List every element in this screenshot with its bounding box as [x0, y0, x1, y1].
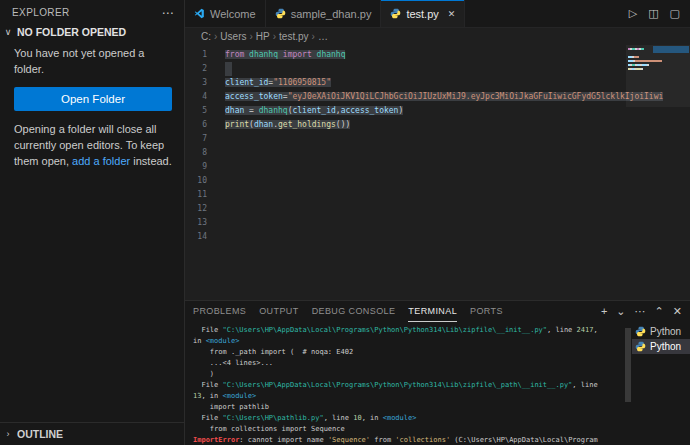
code-line[interactable]: print(dhan.get_holdings()) [225, 118, 690, 132]
code-line-content: client_id="1106950815" [225, 78, 331, 87]
terminal-token: , line [572, 381, 597, 389]
editor[interactable]: 1234567891011121314 from dhanhq import d… [185, 45, 690, 300]
code-line[interactable]: client_id="1106950815" [225, 76, 690, 90]
code-line[interactable] [225, 188, 690, 202]
terminal-line: import pathlib [193, 402, 624, 413]
breadcrumb-separator-icon: › [249, 31, 252, 42]
section-title: NO FOLDER OPENED [17, 26, 126, 38]
add-folder-link[interactable]: add a folder [72, 155, 130, 167]
panel-tab-output[interactable]: OUTPUT [259, 301, 298, 322]
panel-tab-debug-console[interactable]: DEBUG CONSOLE [312, 301, 396, 322]
editor-code[interactable]: from dhanhq import dhanhq client_id="110… [215, 45, 690, 300]
terminal-line: from collections import Sequence [193, 424, 624, 435]
run-button[interactable]: ▷ [629, 8, 637, 19]
terminal-list-item[interactable]: Python [632, 324, 690, 339]
editor-gutter: 1234567891011121314 [185, 45, 215, 300]
scrollbar-thumb[interactable] [625, 328, 631, 402]
launch-profile-icon[interactable]: ⌄ [616, 306, 625, 317]
breadcrumb-item[interactable]: Users [220, 31, 246, 42]
minimap-line [628, 80, 662, 82]
minimap-line [628, 52, 662, 54]
terminal-token: <module> [223, 392, 257, 400]
code-line[interactable]: from dhanhq import dhanhq [225, 48, 690, 62]
terminal-scrollbar[interactable] [624, 322, 632, 445]
token-ident: dhan [254, 120, 273, 129]
panel-tab-problems[interactable]: PROBLEMS [193, 301, 246, 322]
empty-state-text: You have not yet opened a folder. [14, 45, 172, 77]
maximize-panel-icon[interactable]: ⌃ [655, 306, 664, 317]
token-ident: access_token [341, 106, 399, 115]
panel-tab-terminal[interactable]: TERMINAL [408, 301, 457, 322]
terminal-token: 'collections' [395, 436, 450, 444]
breadcrumb-item[interactable]: … [318, 31, 328, 42]
terminal-token: 2417 [577, 326, 594, 334]
breadcrumb-item[interactable]: test.py [279, 31, 308, 42]
terminal-line: ImportError: cannot import name 'Sequenc… [193, 435, 624, 445]
editor-actions: ▷◫▢ [619, 0, 690, 27]
token-ident: client_id [225, 78, 268, 87]
more-actions-icon[interactable]: ⋯ [162, 9, 174, 17]
close-panel-icon[interactable]: ✕ [673, 306, 682, 317]
terminal-token: , line [324, 414, 354, 422]
close-icon[interactable]: ✕ [448, 9, 456, 19]
terminal-list-item[interactable]: Python [632, 339, 690, 354]
token-cls: dhanhq [249, 50, 278, 59]
terminal-token: File [193, 381, 223, 389]
token-kw: import [283, 50, 312, 59]
terminal-token: from [370, 436, 395, 444]
token-kw: from [225, 50, 244, 59]
code-line[interactable]: access_token="eyJ0eXAiOiJKV1QiLCJhbGciOi… [225, 90, 690, 104]
tab-sample-dhan-py[interactable]: sample_dhan.py [266, 0, 382, 27]
minimap-line [628, 68, 662, 70]
code-line[interactable]: dhan = dhanhq(client_id,access_token) [225, 104, 690, 118]
split-editor-button[interactable]: ◫ [648, 8, 658, 19]
outline-section[interactable]: › OUTLINE [0, 422, 184, 445]
breadcrumb-separator-icon: › [273, 31, 276, 42]
code-line[interactable] [225, 62, 690, 76]
code-line[interactable] [225, 202, 690, 216]
breadcrumb-separator-icon: › [312, 31, 315, 42]
layout-button[interactable]: ▢ [670, 8, 680, 19]
open-folder-button[interactable]: Open Folder [14, 87, 172, 111]
more-actions-icon[interactable]: ⋯ [635, 306, 646, 317]
code-line[interactable] [225, 146, 690, 160]
tab-label: Welcome [210, 8, 256, 20]
minimap-line [628, 60, 662, 62]
line-number: 4 [185, 90, 207, 104]
code-line-content: access_token="eyJ0eXAiOiJKV1QiLCJhbGciOi… [225, 92, 663, 101]
token-func: print [225, 120, 249, 129]
terminal-token: <module> [383, 414, 417, 422]
sidebar-body: You have not yet opened a folder. Open F… [0, 41, 184, 169]
outline-title: OUTLINE [17, 428, 63, 440]
tab-label: sample_dhan.py [291, 8, 372, 20]
code-line[interactable] [225, 230, 690, 244]
section-no-folder-opened[interactable]: ∨ NO FOLDER OPENED [0, 23, 184, 41]
terminal-token: "C:\Users\HP\pathlib.py" [223, 414, 324, 422]
line-number: 3 [185, 76, 207, 90]
code-line[interactable] [225, 174, 690, 188]
panel-tab-ports[interactable]: PORTS [470, 301, 503, 322]
token-cls: dhanhq [317, 50, 346, 59]
code-line[interactable] [225, 160, 690, 174]
python-terminal-icon [635, 326, 646, 337]
minimap-token [647, 64, 649, 66]
line-number: 13 [185, 216, 207, 230]
python-terminal-icon [635, 341, 646, 352]
terminal-token: , in [362, 414, 383, 422]
line-number: 10 [185, 174, 207, 188]
terminal-output[interactable]: File "C:\Users\HP\AppData\Local\Programs… [185, 322, 624, 445]
code-line-content [225, 62, 232, 76]
breadcrumb-item[interactable]: HP [256, 31, 270, 42]
note-text-after: instead. [130, 155, 172, 167]
token-plain: = [244, 106, 258, 115]
breadcrumb-item[interactable]: C: [201, 31, 211, 42]
tab-test-py[interactable]: test.py✕ [381, 0, 465, 27]
line-number: 1 [185, 48, 207, 62]
tab-welcome[interactable]: Welcome [185, 0, 266, 27]
chevron-down-icon: ∨ [2, 27, 14, 37]
add-terminal-icon[interactable]: + [601, 306, 607, 317]
code-line[interactable] [225, 216, 690, 230]
code-line[interactable] [225, 132, 690, 146]
terminal-line: ...<4 lines>... [193, 358, 624, 369]
minimap[interactable] [628, 48, 662, 104]
